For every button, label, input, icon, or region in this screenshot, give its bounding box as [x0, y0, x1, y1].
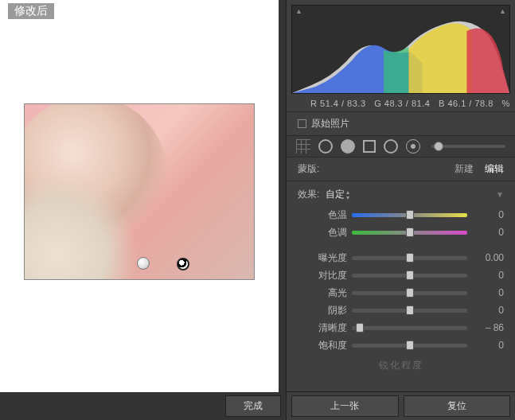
slider-shadows: 阴影 0 [298, 301, 504, 319]
effects-label: 效果: [298, 188, 319, 201]
reset-button[interactable]: 复位 [404, 395, 511, 417]
done-button[interactable]: 完成 [225, 395, 281, 417]
slider-thumb[interactable] [406, 305, 414, 315]
original-photo-row[interactable]: 原始照片 [287, 111, 515, 135]
readout-pct: % [502, 99, 510, 108]
slider-thumb[interactable] [406, 210, 414, 220]
histogram[interactable]: ▲ ▲ [291, 5, 510, 94]
range-mask-tool-icon[interactable] [406, 139, 420, 154]
sliders-group: 色温 0 色调 0 曝光度 0.00 [298, 206, 504, 372]
radial-tool-icon[interactable] [318, 139, 333, 154]
slider-value[interactable]: 0 [472, 287, 504, 298]
photo-preview[interactable] [24, 103, 255, 280]
slider-track[interactable] [352, 274, 467, 278]
slider-value[interactable]: 0.00 [472, 252, 504, 263]
readout-b-value: 46.1 / 78.8 [447, 99, 494, 108]
mask-label: 蒙版: [298, 162, 319, 176]
original-photo-label: 原始照片 [311, 117, 349, 130]
slider-highlights: 高光 0 [298, 284, 504, 301]
readout-r-label: R [310, 99, 317, 108]
effects-preset-value: 自定 [326, 188, 345, 201]
slider-thumb[interactable] [356, 323, 364, 332]
preview-footer: 完成 [0, 392, 286, 420]
slider-thumb[interactable] [406, 253, 414, 262]
cutoff-label: 锐化程度 [298, 359, 504, 372]
mask-edit-link[interactable]: 编辑 [485, 162, 504, 176]
adjustment-pin-selected[interactable] [177, 258, 189, 270]
slider-value[interactable]: 0 [472, 305, 504, 316]
preview-canvas: 修改后 [0, 0, 279, 392]
slider-track[interactable] [352, 291, 467, 295]
slider-label: 对比度 [298, 269, 347, 282]
slider-track[interactable] [352, 256, 467, 260]
preview-title-badge: 修改后 [8, 3, 54, 19]
disclose-icon[interactable]: ▼ [496, 190, 504, 199]
slider-temp: 色温 0 [298, 206, 504, 224]
mask-row: 蒙版: 新建 编辑 [287, 158, 515, 181]
readout-r-value: 51.4 / 83.3 [320, 99, 366, 108]
adjustment-pin[interactable] [137, 257, 150, 270]
local-tools-row [287, 135, 515, 158]
slider-label: 色温 [298, 208, 347, 222]
square-tool-icon[interactable] [363, 140, 376, 153]
gradient-tool-icon[interactable] [296, 139, 310, 154]
prev-button[interactable]: 上一张 [291, 395, 399, 417]
slider-value[interactable]: 0 [472, 209, 504, 220]
radial-filled-tool-icon[interactable] [341, 139, 355, 154]
slider-track[interactable] [352, 309, 467, 313]
adjustments-scroll[interactable]: 效果: 自定 ▴▾ ▼ 色温 0 色调 0 [287, 181, 515, 391]
brush-tool-icon[interactable] [384, 139, 398, 154]
effects-preset-dropdown[interactable]: 自定 ▴▾ [326, 188, 349, 201]
slider-track[interactable] [352, 213, 467, 217]
chevron-updown-icon: ▴▾ [346, 189, 349, 200]
slider-tint: 色调 0 [298, 224, 504, 241]
readout-g-label: G [374, 99, 381, 108]
slider-label: 清晰度 [298, 321, 347, 335]
mask-new-link[interactable]: 新建 [455, 162, 474, 176]
slider-label: 色调 [298, 226, 347, 239]
slider-value[interactable]: 0 [472, 340, 504, 351]
slider-label: 高光 [298, 286, 347, 300]
slider-thumb[interactable] [406, 340, 414, 350]
slider-thumb[interactable] [406, 288, 414, 298]
slider-track[interactable] [352, 231, 467, 235]
slider-label: 曝光度 [298, 251, 347, 265]
develop-panel: ▲ ▲ R 51.4 / 83.3 G 48.3 / 81.4 B 46.1 /… [286, 0, 515, 420]
slider-value[interactable]: 0 [472, 270, 504, 281]
preview-pane: 修改后 完成 [0, 0, 286, 420]
slider-track[interactable] [352, 344, 467, 348]
slider-value[interactable]: 0 [472, 227, 504, 238]
slider-value[interactable]: – 86 [472, 322, 504, 333]
slider-clarity: 清晰度 – 86 [298, 319, 504, 336]
rgb-readout: R 51.4 / 83.3 G 48.3 / 81.4 B 46.1 / 78.… [287, 95, 515, 111]
slider-exposure: 曝光度 0.00 [298, 249, 504, 266]
slider-thumb[interactable] [406, 228, 414, 237]
slider-track[interactable] [352, 326, 467, 330]
slider-contrast: 对比度 0 [298, 266, 504, 284]
slider-saturation: 饱和度 0 [298, 336, 504, 354]
tool-size-slider[interactable] [431, 145, 505, 148]
histogram-graph [292, 6, 509, 93]
panel-footer: 上一张 复位 [287, 391, 515, 420]
slider-label: 饱和度 [298, 339, 347, 352]
effects-section-head: 效果: 自定 ▴▾ ▼ [298, 188, 504, 201]
readout-b-label: B [439, 99, 445, 108]
slider-thumb[interactable] [406, 270, 414, 280]
slider-label: 阴影 [298, 304, 347, 317]
readout-g-value: 48.3 / 81.4 [384, 99, 431, 108]
original-photo-checkbox[interactable] [298, 119, 306, 128]
